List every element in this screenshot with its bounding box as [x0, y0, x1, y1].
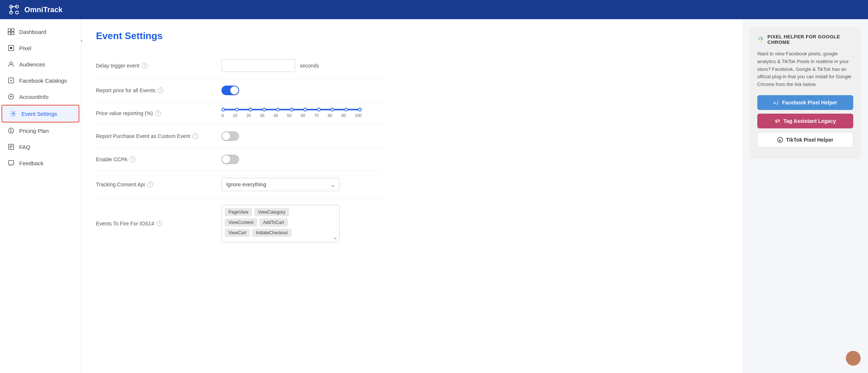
price-value-row: Price value reporting (%) ?: [96, 102, 384, 125]
tracking-consent-row: Tracking Consent Api ? Ignore everything…: [96, 171, 384, 198]
pixel-helper-description: Want to view Facebook pixels, google ana…: [757, 50, 853, 89]
enable-ccpa-row: Enable CCPA ?: [96, 148, 384, 171]
feedback-icon: [7, 159, 15, 167]
avatar: [846, 351, 861, 366]
svg-text:</>: </>: [773, 100, 779, 106]
sidebar-item-event-settings[interactable]: Event Settings: [1, 105, 79, 122]
tag-addtocart: AddToCart: [259, 218, 288, 227]
sidebar-label-pricing: Pricing Plan: [19, 128, 49, 134]
report-price-toggle[interactable]: [221, 86, 239, 95]
tag-pageview: PageView: [225, 208, 252, 216]
svg-point-14: [8, 94, 14, 99]
svg-rect-8: [8, 32, 11, 35]
pixel-icon: [7, 44, 15, 52]
right-panel: PIXEL HELPER FOR GOOGLE CHROME Want to v…: [743, 19, 868, 373]
sidebar-item-account-info[interactable]: AccountInfo: [0, 89, 81, 105]
sidebar-item-audiences[interactable]: Audiences: [0, 56, 81, 72]
delay-trigger-control: seconds: [221, 59, 384, 72]
tiktok-pixel-helper-button[interactable]: tt TikTok Pixel Helper: [757, 132, 853, 148]
report-purchase-help-icon[interactable]: ?: [192, 133, 198, 139]
pixel-helper-card: PIXEL HELPER FOR GOOGLE CHROME Want to v…: [750, 27, 861, 159]
tracking-consent-select[interactable]: Ignore everything Track all Ask user: [221, 178, 340, 191]
svg-point-16: [13, 113, 14, 115]
report-price-help-icon[interactable]: ?: [158, 87, 163, 93]
account-icon: [7, 93, 15, 100]
report-purchase-control: [221, 131, 384, 141]
pricing-icon: $: [7, 127, 15, 134]
price-value-help-icon[interactable]: ?: [155, 110, 161, 116]
sidebar-item-feedback[interactable]: Feedback: [0, 155, 81, 171]
slider-labels: 0102030405060708090100: [221, 113, 362, 118]
tag-assistant-label: Tag Assistant Legacy: [783, 118, 836, 124]
sidebar-label-account: AccountInfo: [19, 94, 48, 100]
tag-assistant-button[interactable]: 🔖 Tag Assistant Legacy: [757, 114, 853, 128]
tags-scroll-down-icon[interactable]: ⌄: [333, 234, 338, 241]
tag-initiatecheckout: InitiateCheckout: [252, 229, 291, 237]
sidebar-item-dashboard[interactable]: Dashboard: [0, 24, 81, 40]
sidebar-label-audiences: Audiences: [19, 61, 45, 68]
ios14-tags-row-3: ViewCart InitiateCheckout: [225, 229, 336, 237]
main-content: Event Settings Delay trigger event ?: [81, 19, 743, 373]
ios14-control: PageView ViewCategory ViewContent AddToC…: [221, 205, 384, 242]
app-logo: OmniTrack: [7, 3, 62, 16]
ios14-row: Events To Fire For IOS14 ? PageView View…: [96, 198, 384, 249]
svg-rect-9: [11, 32, 14, 35]
sidebar: Dashboard Pixel Audiences Facebook Catal…: [0, 19, 81, 373]
enable-ccpa-label: Enable CCPA ?: [96, 156, 214, 162]
tracking-consent-help-icon[interactable]: ?: [147, 182, 153, 187]
page-title: Event Settings: [96, 30, 163, 42]
svg-text:🔖: 🔖: [776, 119, 780, 123]
enable-ccpa-control: [221, 155, 384, 164]
sidebar-label-event-settings: Event Settings: [21, 111, 57, 117]
sidebar-item-pricing-plan[interactable]: $ Pricing Plan: [0, 122, 81, 139]
svg-rect-7: [11, 29, 14, 31]
ios14-tags-row-2: ViewContent AddToCart: [225, 218, 336, 227]
report-price-control: [221, 86, 384, 95]
report-purchase-row: Report Purchase Event as Custom Event ?: [96, 125, 384, 148]
delay-trigger-input[interactable]: [221, 59, 295, 72]
ios14-tags-row-1: PageView ViewCategory: [225, 208, 336, 216]
tracking-consent-select-wrapper: Ignore everything Track all Ask user ⌄: [221, 178, 340, 191]
tag-viewcontent: ViewContent: [225, 218, 257, 227]
sidebar-item-pixel[interactable]: Pixel: [0, 40, 81, 56]
report-purchase-toggle[interactable]: [221, 131, 239, 141]
sidebar-label-faq: FAQ: [19, 144, 30, 150]
dashboard-icon: [7, 28, 15, 35]
ios14-label: Events To Fire For IOS14 ?: [96, 221, 214, 227]
svg-rect-11: [10, 47, 12, 49]
logo-text: OmniTrack: [24, 6, 62, 14]
facebook-pixel-helper-label: Facebook Pixel Helper: [782, 100, 837, 106]
ios14-help-icon[interactable]: ?: [156, 221, 162, 227]
facebook-pixel-helper-button[interactable]: </> Facebook Pixel Helper: [757, 95, 853, 110]
svg-rect-6: [8, 29, 11, 31]
price-value-control: 0102030405060708090100: [221, 109, 384, 118]
price-value-label: Price value reporting (%) ?: [96, 110, 214, 116]
sidebar-item-facebook-catalogs[interactable]: Facebook Catalogs: [0, 72, 81, 89]
tag-viewcategory: ViewCategory: [254, 208, 289, 216]
report-purchase-label: Report Purchase Event as Custom Event ?: [96, 133, 214, 139]
sidebar-label-feedback: Feedback: [19, 160, 44, 166]
event-settings-form: Event Settings Delay trigger event ?: [96, 30, 384, 249]
faq-icon: [7, 143, 15, 151]
tiktok-pixel-helper-label: TikTok Pixel Helper: [786, 137, 833, 143]
tiktok-icon: tt: [777, 137, 783, 143]
ios14-tags-container: PageView ViewCategory ViewContent AddToC…: [221, 205, 340, 242]
svg-point-15: [11, 96, 12, 97]
price-value-slider[interactable]: 0102030405060708090100: [221, 109, 362, 118]
svg-text:tt: tt: [779, 138, 781, 142]
sidebar-label-catalogs: Facebook Catalogs: [19, 77, 67, 84]
delay-trigger-help-icon[interactable]: ?: [142, 63, 148, 69]
tracking-consent-control: Ignore everything Track all Ask user ⌄: [221, 178, 384, 191]
svg-text:$: $: [10, 129, 12, 133]
sidebar-item-faq[interactable]: FAQ: [0, 139, 81, 155]
settings-icon: [10, 110, 17, 117]
enable-ccpa-toggle[interactable]: [221, 155, 239, 164]
report-price-label: Report price for all Events ?: [96, 87, 214, 93]
svg-rect-23: [8, 160, 14, 165]
enable-ccpa-help-icon[interactable]: ?: [130, 156, 135, 162]
google-icon: [757, 35, 765, 44]
tag-icon: 🔖: [775, 118, 781, 124]
report-price-row: Report price for all Events ?: [96, 79, 384, 102]
svg-point-3: [16, 11, 18, 14]
logo-icon: [7, 3, 21, 16]
